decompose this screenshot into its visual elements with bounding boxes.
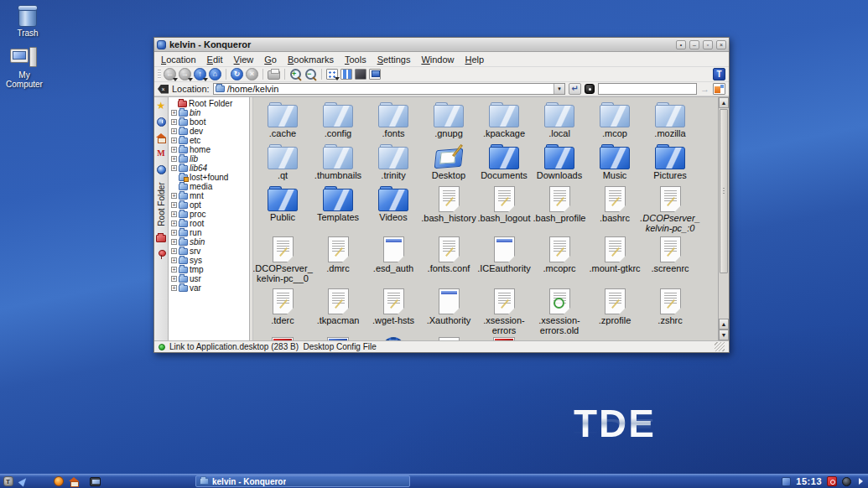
tree-item-run[interactable]: +run <box>170 228 249 237</box>
file-downloads[interactable]: Downloads <box>532 143 587 184</box>
tree-item-opt[interactable]: +opt <box>170 200 249 210</box>
tree-item-sys[interactable]: +sys <box>170 256 249 265</box>
file-kpackage[interactable]: .kpackage <box>476 101 532 143</box>
clear-location-button[interactable]: × <box>158 85 169 94</box>
tree-expander-icon[interactable]: + <box>171 202 177 208</box>
menu-go[interactable]: Go <box>264 55 277 65</box>
file-config[interactable]: .config <box>310 101 366 143</box>
file-bash-history[interactable]: .bash_history <box>421 184 476 235</box>
file-tkpacman[interactable]: .tkpacman <box>310 287 366 335</box>
file-thumbnails[interactable]: .thumbnails <box>310 143 366 184</box>
search-engine-button[interactable] <box>585 84 595 94</box>
resize-grip[interactable] <box>715 342 725 351</box>
tree-expander-icon[interactable]: + <box>171 221 177 226</box>
scroll-up-button-2[interactable]: ▲ <box>719 319 729 330</box>
file-mozilla[interactable]: .mozilla <box>642 101 698 143</box>
tree-expander-icon[interactable]: + <box>171 211 177 217</box>
desktop-icon-my-computer[interactable]: My Computer <box>2 47 47 89</box>
sidebar-tab-services[interactable] <box>156 249 167 259</box>
task-button-konqueror[interactable]: kelvin - Konqueror <box>195 475 410 487</box>
tree-expander-icon[interactable]: + <box>171 119 177 125</box>
file-dcopserver-kelvin-pc-0[interactable]: .DCOPserver_ kelvin-pc_:0 <box>642 184 698 235</box>
file-dmrc[interactable]: .dmrc <box>310 235 366 287</box>
tree-expander-icon[interactable]: + <box>171 248 177 254</box>
terminal-view-button[interactable] <box>369 69 381 80</box>
tde-menu-button[interactable]: T <box>3 476 13 487</box>
up-button[interactable]: ↑ <box>194 68 206 80</box>
file-fonts[interactable]: .fonts <box>366 101 421 143</box>
minimize-button[interactable]: – <box>689 40 699 49</box>
tree-expander-icon[interactable]: + <box>171 193 177 199</box>
file-mount-gtkrc[interactable]: .mount-gtkrc <box>587 235 642 287</box>
menu-help[interactable]: Help <box>465 55 485 65</box>
taskbar-clock[interactable]: 15:13 <box>796 476 822 486</box>
tree-item-proc[interactable]: +proc <box>170 210 249 219</box>
file-bash-logout[interactable]: .bash_logout <box>476 184 532 235</box>
menu-settings[interactable]: Settings <box>377 55 411 65</box>
menu-edit[interactable]: Edit <box>207 55 223 65</box>
scrollbar-thumb[interactable] <box>720 109 728 273</box>
firefox-launcher[interactable] <box>53 476 64 487</box>
menu-window[interactable]: Window <box>421 55 454 65</box>
back-button[interactable]: ← <box>164 68 176 80</box>
tree-expander-icon[interactable]: + <box>171 138 177 143</box>
forward-button[interactable]: → <box>179 68 191 80</box>
tree-item-srv[interactable]: +srv <box>170 247 249 256</box>
tree-item-mnt[interactable]: +mnt <box>170 191 249 200</box>
file-gnupg[interactable]: .gnupg <box>421 101 476 143</box>
menu-view[interactable]: View <box>234 55 254 65</box>
tree-item-lib[interactable]: +lib <box>170 154 249 164</box>
tree-item-tmp[interactable]: +tmp <box>170 265 249 274</box>
tree-item-var[interactable]: +var <box>170 283 249 293</box>
tree-item-lost-found[interactable]: lost+found <box>170 173 249 182</box>
home-button[interactable]: ⌂ <box>209 68 221 80</box>
tray-dark-applet[interactable] <box>841 476 852 487</box>
stop-button[interactable]: × <box>246 68 258 80</box>
file-trinity[interactable]: .trinity <box>366 143 421 184</box>
file-mcoprc[interactable]: .mcoprc <box>532 235 587 287</box>
detailed-view-button[interactable] <box>355 69 366 80</box>
location-dropdown-button[interactable]: ▾ <box>554 84 564 94</box>
file-pictures[interactable]: Pictures <box>642 143 698 184</box>
terminal-launcher[interactable] <box>90 476 101 487</box>
file-dcopserver-kelvin-pc-0[interactable]: .DCOPserver_ kelvin-pc__0 <box>255 235 310 287</box>
titlebar[interactable]: kelvin - Konqueror • – ▫ × <box>154 38 729 52</box>
file-qt[interactable]: .qt <box>255 143 310 184</box>
tree-item-lib64[interactable]: +lib64 <box>170 164 249 173</box>
location-input[interactable]: /home/kelvin <box>227 84 551 94</box>
file-zshrc[interactable]: .zshrc <box>642 287 698 335</box>
file-xsession-errors[interactable]: .xsession-errors <box>476 287 532 335</box>
file-wget-hsts[interactable]: .wget-hsts <box>366 287 421 335</box>
file-bashrc[interactable]: .bashrc <box>587 184 642 235</box>
file-screenrc[interactable]: .screenrc <box>642 235 698 287</box>
tree-expander-icon[interactable]: + <box>171 147 177 153</box>
show-desktop-button[interactable] <box>18 476 29 487</box>
sidebar-tab-network[interactable] <box>156 164 167 174</box>
multicolumn-view-button[interactable] <box>340 69 352 80</box>
menu-location[interactable]: Location <box>161 55 196 65</box>
print-button[interactable] <box>268 70 280 80</box>
search-config-icon[interactable] <box>713 83 725 95</box>
sidebar-tab-history[interactable] <box>156 117 167 127</box>
tree-item-sbin[interactable]: +sbin <box>170 237 249 247</box>
file-templates[interactable]: Templates <box>310 184 366 235</box>
search-input[interactable] <box>598 83 697 95</box>
tree-expander-icon[interactable]: + <box>171 156 177 162</box>
file-music[interactable]: Music <box>587 143 642 184</box>
search-go-button[interactable]: → <box>700 85 709 94</box>
reload-button[interactable]: ↻ <box>231 68 243 80</box>
file-xauthority[interactable]: .Xauthority <box>421 287 476 335</box>
tree-expander-icon[interactable]: + <box>171 276 177 282</box>
sidebar-tab-home[interactable] <box>156 132 167 143</box>
toolbar-handle[interactable] <box>158 70 161 80</box>
go-button[interactable]: ↵ <box>569 83 581 95</box>
tree-expander-icon[interactable]: + <box>171 239 177 245</box>
file-cache[interactable]: .cache <box>255 101 310 143</box>
file-fonts-conf[interactable]: .fonts.conf <box>421 235 476 287</box>
tree-item-dev[interactable]: +dev <box>170 127 249 136</box>
tree-item-media[interactable]: media <box>170 182 249 191</box>
scroll-up-button[interactable]: ▲ <box>719 97 729 108</box>
file-bash-profile[interactable]: .bash_profile <box>532 184 587 235</box>
tree-item-root[interactable]: +root <box>170 219 249 228</box>
lock-logout-applet[interactable] <box>826 476 837 487</box>
